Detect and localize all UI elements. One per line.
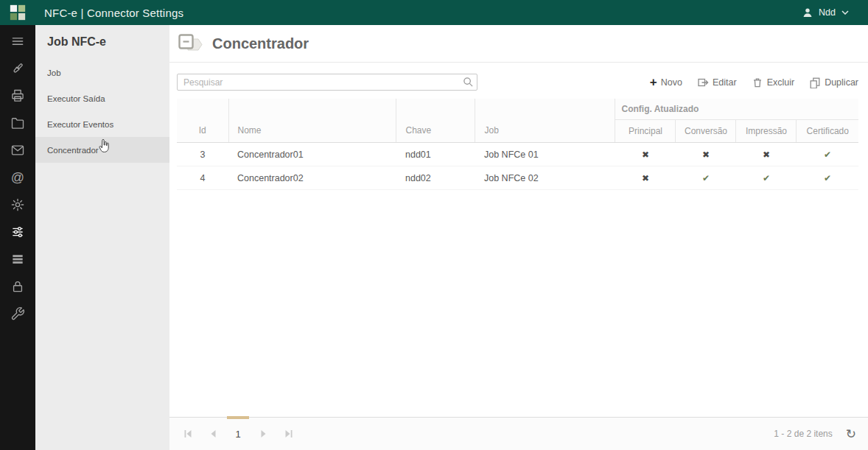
rail-item-mail[interactable] xyxy=(0,136,35,164)
logo-icon xyxy=(9,4,27,21)
grid-controls: + Novo Editar xyxy=(169,63,868,99)
icon-rail: @ xyxy=(0,25,35,450)
app-window: NFC-e | Connector Settings Ndd xyxy=(0,0,868,450)
first-page-button[interactable] xyxy=(175,418,200,450)
last-page-icon xyxy=(284,429,293,438)
col-header-id[interactable]: Id xyxy=(177,99,228,143)
col-group-config-atualizado: Config. Atualizado xyxy=(615,99,858,120)
topbar: NFC-e | Connector Settings Ndd xyxy=(0,0,868,25)
table-row-concentrador02[interactable]: 4 Concentrador02 ndd02 Job NFCe 02 ✖ ✔ ✔… xyxy=(177,166,858,190)
excluir-button[interactable]: Excluir xyxy=(752,77,795,88)
col-header-chave[interactable]: Chave xyxy=(396,99,475,143)
col-header-job[interactable]: Job xyxy=(475,99,615,143)
check-icon: ✔ xyxy=(736,166,797,190)
table-row-concentrador01[interactable]: 3 Concentrador01 ndd01 Job NFCe 01 ✖ ✖ ✖… xyxy=(177,143,858,166)
cross-icon: ✖ xyxy=(615,166,676,190)
sidebar-item-job[interactable]: Job xyxy=(35,60,169,85)
cell-chave: ndd01 xyxy=(396,143,475,166)
trash-icon xyxy=(752,77,763,88)
page-header: Concentrador xyxy=(169,25,868,63)
cross-icon: ✖ xyxy=(736,143,797,166)
cross-icon: ✖ xyxy=(615,143,676,166)
next-page-button[interactable] xyxy=(251,418,276,450)
concentrador-page-icon xyxy=(178,34,203,54)
refresh-icon: ↻ xyxy=(846,426,856,441)
main-content: Concentrador + Novo xyxy=(169,25,868,450)
pager-info: 1 - 2 de 2 itens xyxy=(774,429,832,439)
cell-nome: Concentrador01 xyxy=(228,143,396,166)
copy-icon xyxy=(809,77,821,88)
sliders-icon xyxy=(10,225,25,239)
lock-icon xyxy=(10,279,25,294)
app-logo[interactable] xyxy=(0,0,35,25)
edit-icon xyxy=(697,77,709,88)
rail-item-settings[interactable] xyxy=(0,191,35,218)
brush-icon xyxy=(10,61,25,76)
plus-icon: + xyxy=(650,77,657,88)
data-grid: Id Nome Chave Job Config. Atualizado Pri… xyxy=(169,99,868,190)
cell-id: 3 xyxy=(177,143,228,166)
first-page-icon xyxy=(183,429,193,438)
refresh-button[interactable]: ↻ xyxy=(846,428,856,440)
rail-item-tools[interactable] xyxy=(0,300,35,327)
gear-icon xyxy=(10,197,25,212)
sidebar-item-concentrador[interactable]: Concentrador xyxy=(35,137,169,163)
user-menu[interactable]: Ndd xyxy=(794,7,868,18)
cell-chave: ndd02 xyxy=(396,166,475,190)
prev-page-icon xyxy=(209,429,218,438)
sidebar-item-executor-saida[interactable]: Executor Saída xyxy=(35,85,169,111)
novo-button[interactable]: + Novo xyxy=(650,77,682,88)
rail-item-mentions[interactable]: @ xyxy=(0,164,35,191)
user-icon xyxy=(802,7,813,18)
duplicar-button[interactable]: Duplicar xyxy=(809,77,858,88)
cell-job: Job NFCe 02 xyxy=(475,166,615,190)
menu-icon xyxy=(10,34,25,49)
mail-icon xyxy=(10,143,25,158)
check-icon: ✔ xyxy=(797,143,858,166)
sidebar-item-executor-eventos[interactable]: Executor Eventos xyxy=(35,111,169,137)
cell-job: Job NFCe 01 xyxy=(475,143,615,166)
last-page-button[interactable] xyxy=(276,418,301,450)
rail-item-printer[interactable] xyxy=(0,82,35,109)
queue-icon xyxy=(10,252,25,267)
page-title: Concentrador xyxy=(212,35,309,52)
rail-item-queue[interactable] xyxy=(0,245,35,273)
editar-label: Editar xyxy=(713,77,737,88)
novo-label: Novo xyxy=(661,77,682,88)
editar-button[interactable]: Editar xyxy=(697,77,737,88)
next-page-icon xyxy=(259,429,268,438)
app-title: NFC-e | Connector Settings xyxy=(44,7,183,19)
col-header-principal[interactable]: Principal xyxy=(615,120,676,143)
col-header-certificado[interactable]: Certificado xyxy=(797,120,858,143)
concentrador-table: Id Nome Chave Job Config. Atualizado Pri… xyxy=(177,99,858,190)
folder-icon xyxy=(10,116,25,130)
rail-item-connector-settings[interactable] xyxy=(0,218,35,245)
rail-item-security[interactable] xyxy=(0,273,35,300)
pager: 1 1 - 2 de 2 itens ↻ xyxy=(169,417,868,450)
col-header-conversao[interactable]: Conversão xyxy=(676,120,736,143)
at-icon: @ xyxy=(11,171,24,184)
search-icon[interactable] xyxy=(463,77,474,88)
cell-id: 4 xyxy=(177,166,228,190)
search-input[interactable] xyxy=(177,74,477,91)
col-header-nome[interactable]: Nome xyxy=(228,99,396,143)
check-icon: ✔ xyxy=(676,166,736,190)
duplicar-label: Duplicar xyxy=(825,77,858,88)
rail-item-menu[interactable] xyxy=(0,27,35,55)
page-1-button[interactable]: 1 xyxy=(225,429,251,440)
wrench-icon xyxy=(10,306,25,321)
sidebar-title: Job NFC-e xyxy=(35,25,169,60)
printer-icon xyxy=(10,88,25,103)
cross-icon: ✖ xyxy=(676,143,736,166)
rail-item-connector[interactable] xyxy=(0,55,35,82)
search-box xyxy=(177,74,477,91)
excluir-label: Excluir xyxy=(767,77,795,88)
chevron-down-icon xyxy=(841,10,849,15)
col-header-impressao[interactable]: Impressão xyxy=(736,120,797,143)
sidebar: Job NFC-e Job Executor Saída Executor Ev… xyxy=(35,25,169,450)
rail-item-jobs[interactable] xyxy=(0,109,35,136)
cell-nome: Concentrador02 xyxy=(228,166,396,190)
prev-page-button[interactable] xyxy=(200,418,225,450)
toolbar: + Novo Editar xyxy=(650,77,858,88)
user-name: Ndd xyxy=(819,7,836,18)
